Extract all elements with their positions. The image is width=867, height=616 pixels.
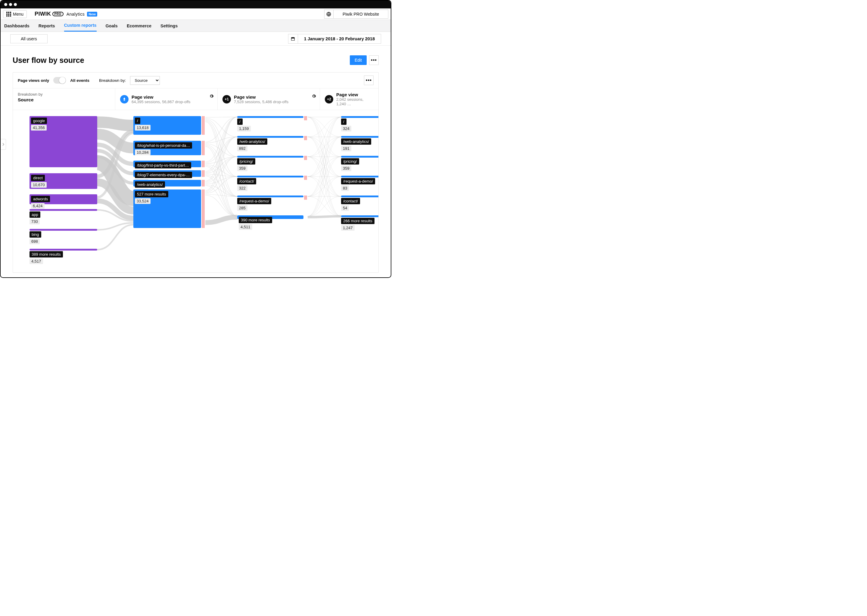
flow-node-label: / <box>237 118 243 125</box>
tab-goals[interactable]: Goals <box>106 20 118 31</box>
flow-node-count: 4,517 <box>30 258 43 264</box>
site-selector[interactable]: Piwik PRO Website <box>324 9 388 19</box>
flow-node-count: 1,247 <box>341 225 355 231</box>
report-more-button[interactable]: ••• <box>369 55 379 65</box>
breakdown-by-label: Breakdown by <box>18 92 43 97</box>
flow-node-count: 285 <box>237 205 247 211</box>
step-1-title: Page view <box>132 94 191 99</box>
flow-node-label: /request-a-demo/ <box>237 198 271 204</box>
dropoff-marker <box>202 116 205 135</box>
flow-node-label: /pricing/ <box>237 158 255 165</box>
edit-button[interactable]: Edit <box>350 55 367 65</box>
flow-node-count: 83 <box>341 185 349 191</box>
step-plus1-icon: +1 <box>222 95 231 104</box>
step-3-sub: 2,042 sessions, 1,240 … <box>336 97 374 106</box>
step-1-sub: 64,395 sessions, 56,867 drop-offs <box>132 99 191 104</box>
breakdown-label: Breakdown by: <box>99 78 126 83</box>
dropoff-marker <box>202 160 205 167</box>
col-header-breakdown: Breakdown by Source <box>13 88 115 110</box>
flow-node-count: 324 <box>341 126 351 132</box>
tab-ecommerce[interactable]: Ecommerce <box>127 20 151 31</box>
brand-logo: PIWIK PRO Analytics New <box>35 11 97 17</box>
flow-node-count: 322 <box>237 185 247 191</box>
flow-node[interactable]: /web-analytics/1,977 <box>133 180 201 187</box>
window-titlebar <box>1 1 391 8</box>
flow-node[interactable]: /web-analytics/892 <box>237 136 303 138</box>
col-header-step-1: Page view 64,395 sessions, 56,867 drop-o… <box>115 88 218 110</box>
flow-node[interactable]: /blog/what-is-pii-personal-da…10,284 <box>133 141 201 155</box>
flow-node-label: /web-analytics/ <box>135 181 165 188</box>
flow-node[interactable]: adwords6,424 <box>30 194 97 204</box>
flow-node-count: 892 <box>237 146 247 151</box>
flow-node-count: 359 <box>341 165 351 171</box>
col-header-step-3: +2 Page view 2,042 sessions, 1,240 … <box>320 88 378 110</box>
flow-node[interactable]: /contact/54 <box>341 195 378 197</box>
flow-node-label: / <box>341 118 347 125</box>
tab-settings[interactable]: Settings <box>161 20 178 31</box>
flow-node[interactable]: direct10,670 <box>30 173 97 189</box>
flow-node[interactable]: /contact/322 <box>237 176 303 178</box>
step-plus2-icon: +2 <box>325 95 333 104</box>
flow-node-label: google <box>31 118 47 124</box>
traffic-light-close[interactable] <box>4 3 7 6</box>
flow-node-count: 6,424 <box>31 203 44 209</box>
flow-node-label: /contact/ <box>237 178 256 184</box>
flow-node-label: direct <box>31 175 45 181</box>
flow-node[interactable]: 389 more results4,517 <box>30 249 97 251</box>
flow-node-count: 698 <box>30 239 40 244</box>
date-range-picker[interactable]: 1 January 2018 - 20 February 2018 <box>288 34 381 44</box>
menu-grid-icon <box>6 12 11 17</box>
flow-node[interactable]: google41,356 <box>30 116 97 167</box>
dropoff-marker <box>304 195 307 200</box>
flow-node[interactable]: /web-analytics/191 <box>341 136 378 138</box>
svg-rect-2 <box>292 37 295 38</box>
flow-node[interactable]: 390 more results4,511 <box>237 215 303 219</box>
col-header-step-2: +1 Page view 7,528 sessions, 5,486 drop-… <box>218 88 320 110</box>
gear-icon[interactable] <box>312 94 316 99</box>
flow-node[interactable]: /request-a-demo/83 <box>341 176 378 178</box>
flow-node-count: 13,618 <box>135 125 151 130</box>
breakdown-by-value: Source <box>18 97 34 102</box>
flow-node-label: app <box>30 211 40 218</box>
flow-node[interactable]: /blog/first-party-vs-third-part…2,776 <box>133 160 201 167</box>
flow-node-label: adwords <box>31 196 50 202</box>
flow-node-count: 54 <box>341 205 349 211</box>
flow-node-label: /web-analytics/ <box>237 138 267 145</box>
gear-icon[interactable] <box>209 94 214 99</box>
flow-node-label: 266 more results <box>341 218 375 224</box>
flow-node-label: 389 more results <box>30 251 63 258</box>
flow-node[interactable]: /13,618 <box>133 116 201 135</box>
traffic-light-max[interactable] <box>14 3 17 6</box>
tab-reports[interactable]: Reports <box>39 20 55 31</box>
menu-button[interactable]: Menu <box>3 10 27 18</box>
svg-rect-3 <box>292 37 292 38</box>
flow-node-label: /blog/7-elements-every-dpa-… <box>135 172 192 178</box>
panel-more-button[interactable]: ••• <box>364 75 374 85</box>
flow-node-count: 4,511 <box>239 224 252 230</box>
dropoff-marker <box>202 190 205 228</box>
dropoff-marker <box>304 116 307 120</box>
report-title: User flow by source <box>13 56 84 64</box>
dropoff-marker <box>202 170 205 177</box>
flow-node[interactable]: /pricing/359 <box>237 156 303 158</box>
site-name: Piwik PRO Website <box>333 9 388 19</box>
tab-custom-reports[interactable]: Custom reports <box>64 20 97 31</box>
step-2-sub: 7,528 sessions, 5,486 drop-offs <box>234 99 288 104</box>
flow-node[interactable]: 266 more results1,247 <box>341 215 378 217</box>
flow-node[interactable]: /pricing/359 <box>341 156 378 158</box>
flow-node-label: /contact/ <box>341 198 360 204</box>
flow-node[interactable]: bing698 <box>30 229 97 231</box>
flow-node[interactable]: /request-a-demo/285 <box>237 195 303 197</box>
flow-node[interactable]: /1,159 <box>237 116 303 118</box>
events-toggle[interactable] <box>53 77 66 83</box>
segment-selector[interactable]: All users <box>10 34 47 43</box>
flow-node[interactable]: /blog/7-elements-every-dpa-…2,216 <box>133 170 201 177</box>
tab-dashboards[interactable]: Dashboards <box>4 20 30 31</box>
brand-name: PIWIK <box>35 11 51 17</box>
flow-node-count: 10,670 <box>31 182 47 188</box>
traffic-light-min[interactable] <box>9 3 12 6</box>
flow-node[interactable]: /324 <box>341 116 378 118</box>
flow-node[interactable]: 527 more results33,524 <box>133 190 201 228</box>
breakdown-select[interactable]: Source <box>130 76 160 85</box>
flow-node[interactable]: app730 <box>30 209 97 211</box>
